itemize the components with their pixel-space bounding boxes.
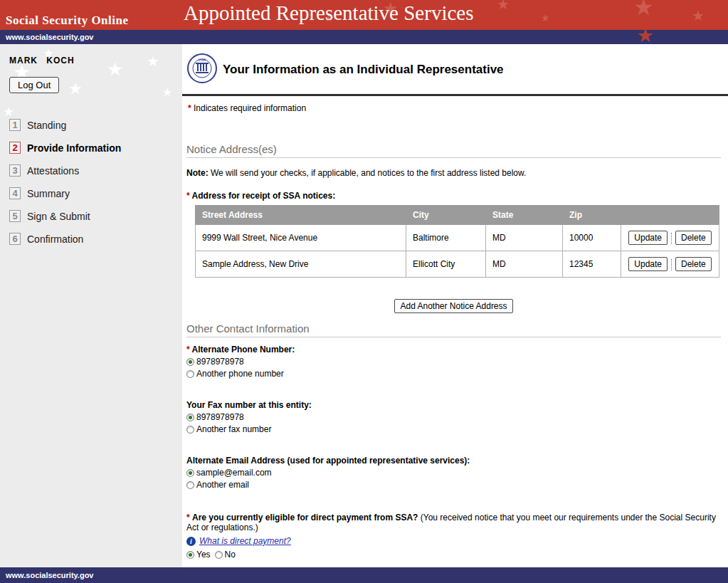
user-name: MARK KOCH — [9, 56, 182, 65]
required-note: * Indicates required information — [188, 103, 721, 113]
cell-city: Baltimore — [406, 225, 486, 251]
alternate-phone-label-text: Alternate Phone Number: — [192, 345, 295, 354]
direct-payment-options: Yes No — [186, 550, 721, 560]
email-other-radio[interactable] — [186, 481, 194, 489]
required-note-text: Indicates required information — [194, 103, 306, 113]
note-label: Note: — [186, 168, 209, 178]
step-label: Attestations — [27, 165, 79, 177]
phone-current-label[interactable]: 8978978978 — [196, 357, 244, 367]
cell-street: 9999 Wall Street, Nice Avenue — [196, 225, 406, 251]
delete-button[interactable]: Delete — [675, 257, 712, 271]
table-row: Sample Address, New Drive Ellicott City … — [196, 251, 719, 278]
logout-button[interactable]: Log Out — [9, 77, 59, 93]
required-asterisk: * — [186, 345, 190, 354]
fax-current-radio[interactable] — [186, 414, 194, 421]
fax-other-label[interactable]: Another fax number — [196, 424, 271, 434]
step-label: Summary — [27, 188, 70, 199]
email-current-radio[interactable] — [186, 469, 194, 477]
url-bar-top: ★ www.socialsecurity.gov — [0, 30, 728, 44]
delete-button[interactable]: Delete — [675, 231, 712, 245]
cell-state: MD — [486, 251, 563, 278]
cell-actions: UpdateDelete — [621, 251, 719, 278]
notice-address-table: Street Address City State Zip 9999 Wall … — [195, 205, 719, 278]
sidebar: ★ ★ ★ ★ ★ ★ ★ MARK KOCH Log Out 1 Standi… — [0, 44, 182, 567]
column-street-address: Street Address — [196, 206, 406, 225]
email-label: Alternate Email Address (used for appoin… — [186, 456, 721, 466]
step-number: 1 — [9, 119, 21, 131]
phone-option-current: 8978978978 — [186, 357, 721, 367]
fax-other-radio[interactable] — [186, 426, 194, 434]
step-number: 5 — [9, 210, 21, 222]
ssa-seal-icon: USA — [186, 53, 218, 86]
email-option-current: sample@email.com — [186, 468, 721, 478]
url-bar-bottom: www.socialsecurity.gov — [0, 567, 728, 583]
section-heading-notice-addresses: Notice Address(es) — [186, 143, 721, 155]
action-divider — [671, 259, 672, 271]
step-sign-submit: 5 Sign & Submit — [9, 210, 182, 222]
step-number: 2 — [9, 142, 21, 154]
update-button[interactable]: Update — [628, 257, 668, 271]
top-banner: ★ ★ ★ ★ ★ ★ Social Security Online Appoi… — [0, 0, 728, 30]
step-label: Confirmation — [27, 233, 83, 245]
star-decoration: ★ — [638, 30, 653, 44]
step-number: 6 — [9, 233, 21, 245]
update-button[interactable]: Update — [628, 231, 668, 245]
section-divider — [186, 157, 721, 158]
column-city: City — [406, 206, 486, 225]
phone-option-other: Another phone number — [186, 369, 721, 379]
alternate-phone-label: * Alternate Phone Number: — [186, 345, 721, 354]
step-standing: 1 Standing — [9, 119, 182, 131]
fax-option-current: 8978978978 — [186, 412, 721, 422]
action-divider — [671, 233, 672, 244]
star-decoration: ★ — [692, 9, 705, 23]
app-title: Appointed Representative Services — [184, 1, 474, 25]
phone-current-radio[interactable] — [186, 358, 194, 366]
direct-payment-no-radio[interactable] — [215, 551, 223, 559]
what-is-direct-payment-link[interactable]: What is direct payment? — [199, 536, 291, 546]
step-label: Standing — [27, 120, 66, 131]
step-label: Sign & Submit — [27, 211, 90, 222]
section-heading-other-contact: Other Contact Information — [186, 322, 721, 335]
email-other-label[interactable]: Another email — [196, 480, 249, 490]
step-label: Provide Information — [27, 142, 121, 154]
column-actions — [621, 206, 719, 225]
direct-payment-yes: Yes — [186, 550, 211, 560]
direct-payment-group: * Are you currently eligible for direct … — [186, 513, 721, 560]
required-asterisk: * — [188, 103, 191, 113]
phone-other-label[interactable]: Another phone number — [196, 369, 284, 379]
note-text: We will send your checks, if applicable,… — [209, 168, 527, 178]
table-header-row: Street Address City State Zip — [196, 206, 719, 225]
star-decoration: ★ — [497, 0, 510, 11]
cell-state: MD — [486, 225, 563, 251]
phone-other-radio[interactable] — [186, 370, 194, 378]
star-decoration: ★ — [162, 87, 172, 98]
cell-city: Ellicott City — [406, 251, 486, 278]
wizard-steps: 1 Standing 2 Provide Information 3 Attes… — [9, 119, 182, 245]
direct-payment-question: Are you currently eligible for direct pa… — [192, 513, 418, 522]
fax-option-other: Another fax number — [186, 424, 721, 434]
url-bar-bottom-text: www.socialsecurity.gov — [6, 571, 94, 579]
step-number: 4 — [9, 187, 21, 199]
cell-zip: 12345 — [563, 251, 621, 278]
cell-street: Sample Address, New Drive — [196, 251, 406, 278]
address-table-label: * Address for receipt of SSA notices: — [186, 191, 721, 201]
step-confirmation: 6 Confirmation — [9, 233, 182, 245]
add-notice-address-button[interactable]: Add Another Notice Address — [394, 299, 512, 313]
step-number: 3 — [9, 164, 21, 177]
star-decoration: ★ — [3, 105, 14, 118]
direct-payment-no-label[interactable]: No — [225, 550, 236, 560]
email-option-other: Another email — [186, 480, 721, 490]
required-asterisk: * — [186, 191, 190, 201]
star-decoration: ★ — [633, 0, 654, 19]
direct-payment-yes-label[interactable]: Yes — [196, 550, 211, 560]
fax-current-label[interactable]: 8978978978 — [196, 412, 244, 422]
section-divider — [186, 337, 721, 337]
info-icon: i — [186, 537, 196, 546]
email-group: Alternate Email Address (used for appoin… — [186, 456, 721, 490]
alternate-phone-group: * Alternate Phone Number: 8978978978 Ano… — [186, 345, 721, 379]
direct-payment-yes-radio[interactable] — [186, 551, 194, 559]
email-current-label[interactable]: sample@email.com — [196, 468, 272, 478]
direct-payment-no: No — [215, 550, 236, 560]
step-summary: 4 Summary — [9, 187, 182, 199]
page-title: Your Information as an Individual Repres… — [223, 63, 504, 77]
